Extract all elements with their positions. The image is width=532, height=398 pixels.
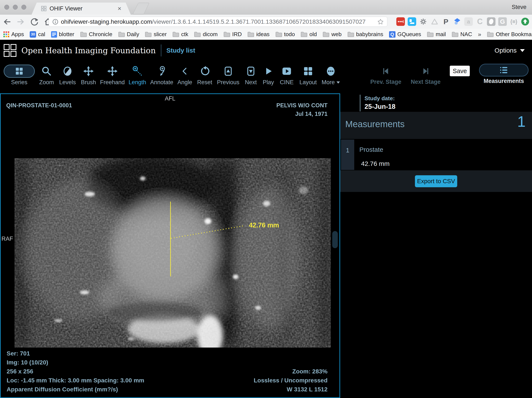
next-stage-button[interactable]: Next Stage [411, 64, 441, 85]
tool-toolbar: Series Zoom Levels Brush [0, 61, 532, 93]
tool-length[interactable]: Length [126, 64, 149, 86]
options-menu[interactable]: Options [495, 47, 525, 54]
screen: OHIF Viewer × Steve [0, 0, 532, 398]
folder-icon [223, 32, 230, 37]
patient-id-overlay: QIN-PROSTATE-01-0001 [6, 102, 72, 109]
g-extension-icon[interactable]: G [498, 17, 507, 26]
bookmark-babybrains[interactable]: babybrains [347, 31, 383, 38]
back-button[interactable] [3, 17, 12, 26]
tool-angle[interactable]: Angle [175, 64, 195, 86]
egg-extension-icon[interactable] [487, 17, 495, 26]
window-user-label: Steve [512, 4, 526, 11]
bookmark-ctk[interactable]: ctk [172, 31, 188, 38]
new-tab-button[interactable] [133, 3, 149, 14]
c-extension-icon[interactable]: C [475, 17, 484, 26]
tool-brush[interactable]: Brush [78, 64, 99, 86]
image-viewport[interactable]: 42.76 mm AFL QIN-PROSTATE-01-0001 PELVIS… [0, 93, 340, 398]
magnifier-icon [41, 66, 52, 76]
tool-levels[interactable]: Levels [57, 64, 78, 86]
p-extension-icon[interactable]: P [442, 17, 450, 26]
export-csv-button[interactable]: Export to CSV [415, 175, 457, 187]
close-window-icon[interactable] [4, 5, 9, 10]
document-icon [51, 31, 57, 38]
measurement-row-name[interactable]: Prostate [359, 146, 383, 153]
tool-reset[interactable]: Reset [195, 64, 215, 86]
series-info-overlay: Ser: 701 Img: 10 (10/20) 256 x 256 Loc: … [7, 349, 144, 394]
tool-layout[interactable]: Layout [297, 64, 320, 86]
bookmarks-overflow-chevron[interactable]: » [478, 31, 481, 38]
chevron-left-icon [180, 66, 190, 76]
minimize-window-icon[interactable] [13, 5, 18, 10]
nav-study-list[interactable]: Study list [166, 47, 195, 54]
panel-extension-icon[interactable] [408, 17, 416, 26]
next-image-icon [246, 66, 256, 76]
tool-play[interactable]: Play [260, 64, 277, 86]
list-icon [499, 66, 508, 74]
bookmark-blotter[interactable]: blotter [51, 31, 74, 38]
move-cross-icon [83, 66, 94, 76]
series-pill [4, 64, 35, 78]
bubble-extension-icon[interactable]: a [464, 17, 473, 26]
measurements-count: 1 [517, 113, 526, 130]
bookmark-cal[interactable]: 30 cal [30, 31, 45, 38]
lastpass-extension-icon[interactable] [396, 17, 405, 26]
panel-footer: Export to CSV [340, 170, 532, 192]
bookmark-daily[interactable]: Daily [118, 31, 139, 38]
bookmark-ird[interactable]: IRD [223, 31, 242, 38]
tool-freehand[interactable]: Freehand [99, 64, 126, 86]
orientation-marker-left: RAF [1, 236, 13, 242]
ohif-favicon [41, 6, 47, 11]
url-bar[interactable]: ohifviewer-staging.herokuapp.com/viewer/… [49, 17, 387, 27]
prev-stage-button[interactable]: Prev. Stage [370, 64, 401, 85]
bookmark-apps[interactable]: Apps [3, 31, 24, 38]
folder-icon [194, 32, 201, 37]
measurement-row[interactable]: 1 Prostate 42.76 mm [340, 140, 532, 170]
more-ellipsis-icon [326, 66, 336, 77]
stack-scrollbar-thumb[interactable] [332, 231, 338, 248]
bookmarks-bar: Apps 30 cal blotter Chronicle Daily slic… [0, 29, 532, 40]
folder-icon [323, 32, 329, 37]
measurements-title: Measurements [345, 119, 405, 129]
tool-more[interactable]: More [320, 64, 342, 86]
folder-icon [301, 32, 307, 37]
bookmark-slicer[interactable]: slicer [145, 31, 167, 38]
tab-title: OHIF Viewer [50, 5, 82, 12]
bookmark-dicom[interactable]: dicom [194, 31, 217, 38]
measurements-header: Measurements 1 [340, 112, 532, 139]
zoom-window-icon[interactable] [21, 5, 26, 10]
drive-extension-icon[interactable] [430, 17, 439, 26]
diamond-extension-icon[interactable] [453, 17, 462, 26]
bookmark-star-icon[interactable] [377, 19, 384, 25]
gear-extension-icon[interactable] [419, 17, 428, 26]
bookmark-other-bookmarks[interactable]: Other Bookmarks [487, 31, 532, 38]
bookmark-web[interactable]: web [323, 31, 342, 38]
page-info-icon[interactable] [52, 19, 58, 25]
bookmark-mail[interactable]: mail [427, 31, 446, 38]
reload-button[interactable] [30, 17, 39, 26]
bookmark-todo[interactable]: todo [275, 31, 295, 38]
save-button[interactable]: Save [450, 66, 470, 76]
app-title: Open Health Imaging Foundation [21, 46, 156, 55]
browser-tab[interactable]: OHIF Viewer × [32, 3, 131, 14]
braces-extension-icon[interactable]: {≡} [510, 17, 518, 26]
header-divider [161, 45, 161, 57]
folder-icon [275, 32, 282, 37]
traffic-lights[interactable] [4, 5, 26, 10]
tool-previous[interactable]: Previous [215, 64, 242, 86]
measurement-value-label[interactable]: 42.76 mm [249, 221, 279, 229]
upload-extension-icon[interactable] [521, 17, 529, 26]
bookmark-chronicle[interactable]: Chronicle [80, 31, 112, 38]
bookmark-gqueues[interactable]: Q GQueues [389, 31, 421, 38]
bookmark-nac[interactable]: NAC [452, 31, 472, 38]
folder-icon [487, 32, 494, 37]
tool-cine[interactable]: CINE [277, 64, 297, 86]
tool-next[interactable]: Next [242, 64, 260, 86]
tool-series[interactable]: Series [2, 64, 36, 86]
forward-button[interactable] [16, 17, 25, 26]
tab-close-icon[interactable]: × [118, 5, 121, 12]
tool-zoom[interactable]: Zoom [36, 64, 57, 86]
tool-annotate[interactable]: Annotate [149, 64, 175, 86]
bookmark-ideas[interactable]: ideas [247, 31, 269, 38]
measurements-toggle[interactable]: Measurements [479, 64, 529, 84]
bookmark-old[interactable]: old [301, 31, 317, 38]
